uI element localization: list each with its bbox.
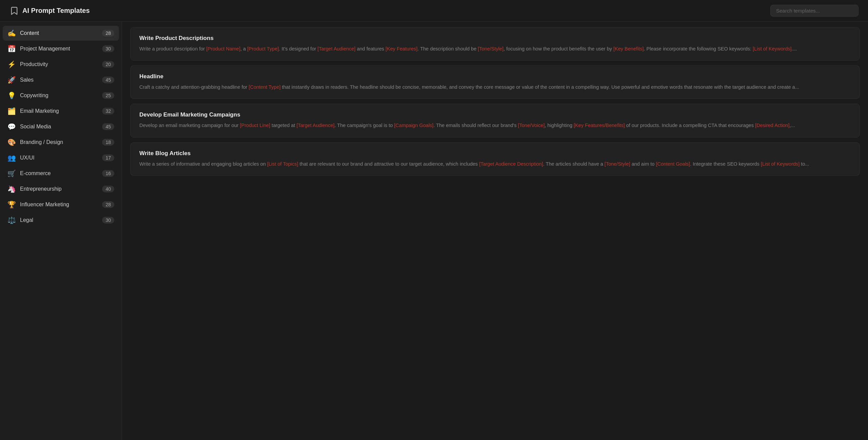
sidebar-emoji-legal: ⚖️ [7,217,16,224]
header-left: AI Prompt Templates [9,6,90,16]
sidebar-emoji-branding-design: 🎨 [7,139,16,146]
template-card-write-blog-articles[interactable]: Write Blog Articles Write a series of in… [130,142,860,176]
placeholder-text: [Content Type] [249,84,280,90]
placeholder-text: [Campaign Goals] [394,123,433,128]
sidebar-item-left: 🏆 Influencer Marketing [7,201,69,208]
desc-text: , focusing on how the product benefits t… [504,46,613,51]
template-title-develop-email-marketing: Develop Email Marketing Campaigns [139,111,851,118]
sidebar-item-left: 📅 Project Management [7,45,70,52]
desc-text: of our products. Include a compelling CT… [625,123,755,128]
placeholder-text: [Target Audience] [317,46,355,51]
sidebar-badge-sales: 45 [102,77,114,83]
sidebar-label-productivity: Productivity [20,61,48,67]
desc-text: . Please incorporate the following SEO k… [644,46,753,51]
content-area: Write Product Descriptions Write a produ… [122,22,868,440]
template-card-write-product-descriptions[interactable]: Write Product Descriptions Write a produ… [130,27,860,61]
desc-text: to... [800,161,809,167]
sidebar-item-left: ⚖️ Legal [7,217,33,224]
sidebar-item-left: 🗂️ Email Marketing [7,108,59,114]
sidebar-badge-email-marketing: 32 [102,108,114,114]
sidebar-emoji-sales: 🚀 [7,77,16,83]
placeholder-text: [Product Name] [206,46,240,51]
desc-text: that instantly draws in readers. The hea… [280,84,799,90]
main-layout: ✍️ Content 28 📅 Project Management 30 ⚡ … [0,22,868,440]
sidebar-badge-content: 28 [102,30,114,37]
sidebar-label-social-media: Social Media [20,124,51,130]
sidebar-badge-ux-ui: 17 [102,154,114,161]
placeholder-text: [List of Keywords] [753,46,791,51]
placeholder-text: [Tone/Style] [478,46,504,51]
sidebar-emoji-ux-ui: 👥 [7,154,16,161]
sidebar-item-ux-ui[interactable]: 👥 UX/UI 17 [3,150,119,165]
desc-text: that are relevant to our brand and attra… [298,161,479,167]
sidebar-item-productivity[interactable]: ⚡ Productivity 20 [3,57,119,72]
sidebar-item-left: 👥 UX/UI [7,154,35,161]
sidebar-badge-social-media: 45 [102,123,114,130]
placeholder-text: [List of Keywords] [761,161,800,167]
sidebar-emoji-social-media: 💬 [7,123,16,130]
desc-text: ,... [789,123,795,128]
placeholder-text: [Tone/Style] [605,161,630,167]
sidebar-emoji-entrepreneurship: 🦄 [7,186,16,192]
sidebar: ✍️ Content 28 📅 Project Management 30 ⚡ … [0,22,122,440]
sidebar-item-copywriting[interactable]: 💡 Copywriting 25 [3,88,119,103]
sidebar-badge-copywriting: 25 [102,92,114,99]
desc-text: Develop an email marketing campaign for … [139,123,240,128]
template-desc-write-product-descriptions: Write a product description for [Product… [139,45,851,53]
placeholder-text: [Key Features] [386,46,417,51]
placeholder-text: [Tone/Voice] [518,123,545,128]
desc-text: Write a series of informative and engagi… [139,161,267,167]
sidebar-emoji-productivity: ⚡ [7,61,16,68]
template-desc-headline: Craft a catchy and attention-grabbing he… [139,83,851,91]
sidebar-item-sales[interactable]: 🚀 Sales 45 [3,72,119,87]
sidebar-emoji-project-management: 📅 [7,45,16,52]
sidebar-item-left: 💡 Copywriting [7,92,48,99]
sidebar-emoji-ecommerce: 🛒 [7,170,16,177]
sidebar-item-legal[interactable]: ⚖️ Legal 30 [3,213,119,228]
sidebar-item-content[interactable]: ✍️ Content 28 [3,26,119,41]
template-card-headline[interactable]: Headline Craft a catchy and attention-gr… [130,65,860,99]
placeholder-text: [Product Line] [240,123,270,128]
placeholder-text: [Product Type] [247,46,279,51]
placeholder-text: [Content Goals] [656,161,690,167]
desc-text: Craft a catchy and attention-grabbing he… [139,84,249,90]
sidebar-item-left: 🦄 Entrepreneurship [7,186,62,192]
placeholder-text: [List of Topics] [267,161,298,167]
search-input[interactable] [770,5,859,17]
sidebar-badge-branding-design: 18 [102,139,114,146]
sidebar-label-entrepreneurship: Entrepreneurship [20,186,62,192]
placeholder-text: [Key Benefits] [613,46,644,51]
sidebar-item-left: 💬 Social Media [7,123,51,130]
sidebar-emoji-influencer-marketing: 🏆 [7,201,16,208]
sidebar-item-left: 🚀 Sales [7,77,34,83]
template-card-develop-email-marketing[interactable]: Develop Email Marketing Campaigns Develo… [130,104,860,137]
placeholder-text: [Desired Action] [755,123,790,128]
placeholder-text: [Target Audience] [296,123,334,128]
sidebar-label-content: Content [20,30,39,36]
sidebar-item-left: 🎨 Branding / Design [7,139,63,146]
sidebar-label-legal: Legal [20,217,33,223]
sidebar-item-left: 🛒 E-commerce [7,170,51,177]
sidebar-emoji-email-marketing: 🗂️ [7,108,16,114]
sidebar-badge-ecommerce: 16 [102,170,114,177]
desc-text: and features [355,46,386,51]
sidebar-item-branding-design[interactable]: 🎨 Branding / Design 18 [3,135,119,150]
desc-text: . Integrate these SEO keywords [690,161,761,167]
sidebar-badge-legal: 30 [102,217,114,224]
sidebar-item-influencer-marketing[interactable]: 🏆 Influencer Marketing 28 [3,197,119,212]
sidebar-label-ux-ui: UX/UI [20,155,35,161]
sidebar-item-entrepreneurship[interactable]: 🦄 Entrepreneurship 40 [3,182,119,196]
desc-text: .... [792,46,797,51]
sidebar-item-ecommerce[interactable]: 🛒 E-commerce 16 [3,166,119,181]
sidebar-label-branding-design: Branding / Design [20,139,63,145]
desc-text: . The articles should have a [543,161,605,167]
desc-text: Write a product description for [139,46,206,51]
placeholder-text: [Key Features/Benefits] [574,123,625,128]
sidebar-item-email-marketing[interactable]: 🗂️ Email Marketing 32 [3,104,119,119]
sidebar-label-influencer-marketing: Influencer Marketing [20,202,69,208]
sidebar-item-social-media[interactable]: 💬 Social Media 45 [3,119,119,134]
sidebar-badge-entrepreneurship: 40 [102,186,114,192]
template-desc-develop-email-marketing: Develop an email marketing campaign for … [139,122,851,129]
sidebar-badge-influencer-marketing: 28 [102,201,114,208]
sidebar-item-project-management[interactable]: 📅 Project Management 30 [3,41,119,56]
